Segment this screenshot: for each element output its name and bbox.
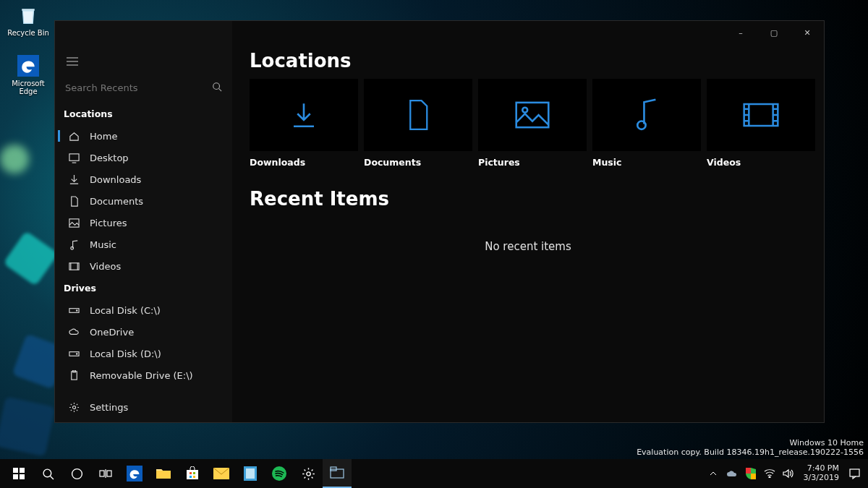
sidebar-item-videos[interactable]: Videos	[55, 255, 232, 277]
edge-icon	[16, 53, 41, 78]
svg-point-12	[72, 406, 75, 408]
sidebar-item-music[interactable]: Music	[55, 234, 232, 255]
tray-wifi-icon[interactable]	[760, 459, 779, 488]
svg-rect-2	[69, 153, 78, 160]
videos-icon	[68, 260, 80, 272]
svg-rect-39	[751, 474, 756, 479]
tile-label: Downloads	[250, 157, 358, 168]
usb-icon	[68, 369, 80, 381]
minimize-glyph: –	[739, 28, 743, 38]
taskbar-app-file-explorer[interactable]	[149, 459, 178, 488]
tile-documents[interactable]: Documents	[364, 79, 472, 168]
drive-icon	[68, 304, 80, 316]
location-tiles: Downloads Documents Pictures Music Video…	[250, 79, 807, 168]
sidebar-item-label: OneDrive	[90, 327, 134, 338]
taskbar-app-mail[interactable]	[207, 459, 236, 488]
tray-clock[interactable]: 7:40 PM 3/3/2019	[798, 464, 845, 482]
taskbar-app-files[interactable]	[323, 459, 352, 488]
cloud-icon	[68, 326, 80, 338]
svg-rect-19	[13, 474, 18, 479]
tile-downloads[interactable]: Downloads	[250, 79, 358, 168]
start-button[interactable]	[4, 459, 33, 488]
taskbar-app-settings[interactable]	[294, 459, 323, 488]
svg-point-4	[70, 247, 73, 249]
svg-rect-27	[190, 472, 192, 474]
svg-point-15	[637, 121, 645, 129]
desktop-icon	[68, 152, 80, 163]
locations-title: Locations	[250, 50, 807, 72]
taskbar-app-edge[interactable]	[120, 459, 149, 488]
microsoft-edge-icon[interactable]: Microsoft Edge	[3, 53, 54, 95]
sidebar-item-onedrive[interactable]: OneDrive	[55, 321, 232, 343]
sidebar-item-label: Settings	[90, 402, 128, 413]
recent-items-title: Recent Items	[250, 188, 807, 210]
sidebar-item-desktop[interactable]: Desktop	[55, 147, 232, 168]
sidebar-item-label: Desktop	[90, 153, 129, 163]
taskbar-app-store[interactable]	[178, 459, 207, 488]
search-icon[interactable]	[212, 82, 222, 94]
tray-volume-icon[interactable]	[779, 459, 798, 488]
close-glyph: ✕	[804, 28, 810, 38]
cortana-button[interactable]	[62, 459, 91, 488]
recycle-bin-icon[interactable]: Recycle Bin	[3, 3, 54, 37]
sidebar-item-local-disk-c[interactable]: Local Disk (C:\)	[55, 299, 232, 321]
sidebar-item-removable-drive-e[interactable]: Removable Drive (E:\)	[55, 364, 232, 386]
tile-label: Videos	[707, 157, 815, 168]
minimize-button[interactable]: –	[724, 21, 757, 44]
tile-pictures[interactable]: Pictures	[478, 79, 587, 168]
sidebar-section-locations: Locations	[55, 103, 232, 125]
sidebar-item-label: Home	[90, 131, 117, 142]
titlebar[interactable]: – ▢ ✕	[55, 21, 824, 44]
close-button[interactable]: ✕	[791, 21, 824, 44]
svg-point-21	[43, 469, 51, 477]
maximize-glyph: ▢	[770, 28, 778, 38]
maximize-button[interactable]: ▢	[757, 21, 791, 44]
desktop-icon-label: Microsoft Edge	[12, 80, 45, 95]
taskbar-app-spotify[interactable]	[265, 459, 294, 488]
sidebar-item-documents[interactable]: Documents	[55, 190, 232, 212]
watermark-line: Evaluation copy. Build 18346.19h1_releas…	[637, 448, 864, 458]
svg-rect-10	[71, 371, 77, 379]
sidebar-section-drives: Drives	[55, 277, 232, 299]
tray-security-icon[interactable]	[741, 459, 760, 488]
tile-videos[interactable]: Videos	[707, 79, 815, 168]
gear-icon	[68, 401, 80, 413]
tray-onedrive-icon[interactable]	[723, 459, 741, 488]
tray-overflow-button[interactable]	[704, 459, 723, 488]
task-view-button[interactable]	[91, 459, 120, 488]
wallpaper-accent	[0, 396, 56, 456]
search-input[interactable]	[65, 82, 212, 93]
tile-label: Documents	[364, 157, 472, 168]
wallpaper-accent	[0, 145, 29, 174]
desktop-icon-label: Recycle Bin	[7, 29, 49, 37]
tray-date: 3/3/2019	[804, 474, 839, 483]
svg-rect-41	[850, 469, 859, 476]
taskbar: 7:40 PM 3/3/2019	[0, 459, 868, 488]
taskbar-app-notes[interactable]	[236, 459, 265, 488]
sidebar-item-settings[interactable]: Settings	[55, 396, 232, 418]
sidebar-item-label: Local Disk (D:\)	[90, 348, 161, 359]
downloads-icon	[68, 174, 80, 185]
tile-music[interactable]: Music	[592, 79, 701, 168]
svg-point-7	[76, 309, 77, 310]
downloads-tile-icon	[250, 79, 358, 151]
sidebar-item-local-disk-d[interactable]: Local Disk (D:\)	[55, 343, 232, 364]
hamburger-button[interactable]	[62, 51, 82, 72]
watermark-line: Windows 10 Home	[637, 438, 864, 448]
sidebar-item-label: Removable Drive (E:\)	[90, 370, 193, 381]
system-tray: 7:40 PM 3/3/2019	[704, 459, 864, 488]
music-tile-icon	[592, 79, 701, 151]
svg-rect-3	[69, 218, 78, 226]
sidebar-item-downloads[interactable]: Downloads	[55, 168, 232, 190]
tray-notifications-button[interactable]	[845, 459, 864, 488]
sidebar-item-pictures[interactable]: Pictures	[55, 212, 232, 234]
home-icon	[68, 130, 80, 142]
wallpaper-accent	[3, 231, 59, 286]
documents-tile-icon	[364, 79, 472, 151]
svg-point-22	[72, 468, 82, 479]
videos-tile-icon	[707, 79, 815, 151]
svg-rect-13	[516, 103, 549, 127]
sidebar-item-home[interactable]: Home	[55, 125, 232, 147]
svg-rect-24	[107, 471, 111, 476]
taskbar-search-button[interactable]	[33, 459, 62, 488]
